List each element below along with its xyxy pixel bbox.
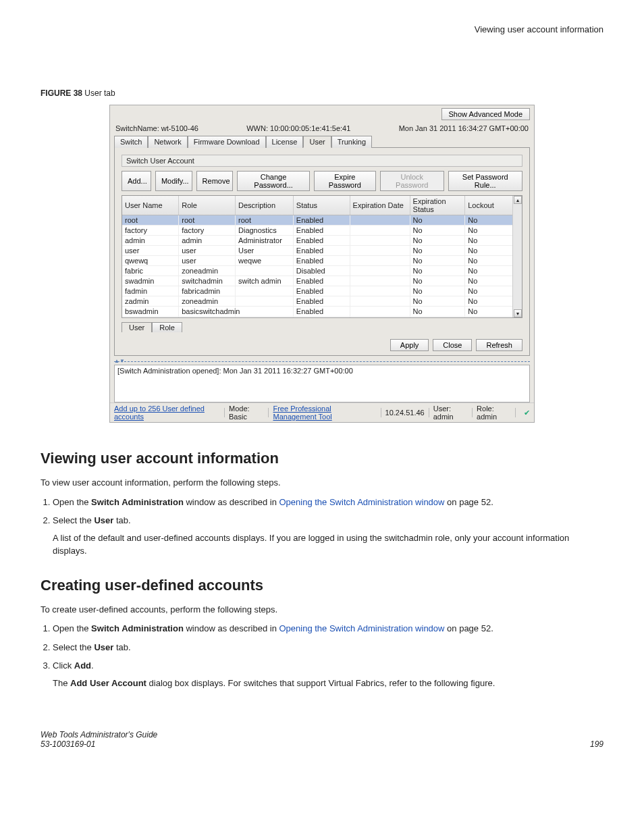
table-cell [236,296,294,307]
apply-button[interactable]: Apply [390,339,429,351]
heading-creating: Creating user-defined accounts [41,577,603,594]
status-user: User: admin [433,405,468,421]
panel-buttons: Apply Close Refresh [122,339,522,351]
table-cell: Enabled [293,256,350,266]
table-cell [236,266,294,276]
user-accounts-table[interactable]: User NameRoleDescriptionStatusExpiration… [122,195,522,318]
log-area: [Switch Administration opened]: Mon Jan … [114,365,530,402]
splitter[interactable]: ▲▼ [114,361,530,362]
tab-panel-user: Switch User Account Add... Modify... Rem… [114,147,530,356]
tab-network[interactable]: Network [148,136,187,148]
column-header[interactable]: Role [179,196,236,215]
figure-number: FIGURE 38 [41,88,82,98]
scroll-up-icon[interactable]: ▴ [514,196,522,204]
modify-button[interactable]: Modify... [155,171,192,191]
link-open-switch-admin[interactable]: Opening the Switch Administration window [279,497,445,507]
step-note: The Add User Account dialog box displays… [53,677,603,690]
table-cell: weqwe [236,256,294,266]
table-cell: No [410,307,465,317]
table-cell: root [122,215,179,226]
toolbar: Add... Modify... Remove Change Password.… [122,171,522,191]
add-button[interactable]: Add... [122,171,151,191]
column-header[interactable]: Status [293,196,350,215]
tab-bar: SwitchNetworkFirmware DownloadLicenseUse… [110,135,534,147]
table-cell: factory [179,226,236,236]
refresh-button[interactable]: Refresh [476,339,522,351]
tab-user[interactable]: User [303,136,331,148]
table-row[interactable]: zadminzoneadminEnabledNoNo [122,296,522,307]
tab-license[interactable]: License [266,136,304,148]
wwn-label: WWN: 10:00:00:05:1e:41:5e:41 [246,124,350,132]
footer-title: Web Tools Administrator's Guide [41,730,157,739]
list-item: Select the User tab. [53,641,603,654]
show-advanced-mode-button[interactable]: Show Advanced Mode [441,108,530,120]
table-cell: qwewq [122,256,179,266]
column-header[interactable]: Description [236,196,294,215]
link-open-switch-admin-2[interactable]: Opening the Switch Administration window [279,623,445,633]
table-row[interactable]: bswadminbasicswitchadminEnabledNoNo [122,307,522,317]
list-item: Select the User tab. A list of the defau… [53,514,603,558]
list-item: Open the Switch Administration window as… [53,496,603,509]
column-header[interactable]: Expiration Status [410,196,465,215]
table-cell [350,236,410,246]
tab-trunking[interactable]: Trunking [331,136,372,148]
subtab-role[interactable]: Role [152,322,182,332]
close-button[interactable]: Close [433,339,472,351]
table-cell: No [410,256,465,266]
table-cell: Diagnostics [236,226,294,236]
table-cell [350,296,410,307]
column-header[interactable]: User Name [122,196,179,215]
subtab-user[interactable]: User [122,322,152,332]
table-row[interactable]: swadminswitchadminswitch adminEnabledNoN… [122,276,522,286]
table-cell: zoneadmin [179,266,236,276]
status-role: Role: admin [477,405,511,421]
table-row[interactable]: fadminfabricadminEnabledNoNo [122,286,522,296]
table-cell: Enabled [293,317,350,318]
intro-paragraph-1: To view user account information, perfor… [41,477,603,489]
remove-button[interactable]: Remove [196,171,234,191]
table-cell: Enabled [293,276,350,286]
table-cell [350,317,410,318]
timestamp-label: Mon Jan 31 2011 16:34:27 GMT+00:00 [399,124,529,132]
table-scrollbar[interactable]: ▴ ▾ [512,196,522,317]
table-cell [350,276,410,286]
table-row[interactable]: qwewquserweqweEnabledNoNo [122,256,522,266]
table-row[interactable]: rootrootrootEnabledNoNo [122,215,522,226]
status-center-link[interactable]: Free Professional Management Tool [273,405,376,421]
table-cell: zoneadmin [179,296,236,307]
splitter-handle-icon[interactable]: ▲▼ [114,358,125,364]
table-cell: zadmin [122,296,179,307]
set-password-rule-button[interactable]: Set Password Rule... [448,171,522,191]
table-cell [350,215,410,226]
column-header[interactable]: Expiration Date [350,196,410,215]
table-row[interactable]: useruserUserEnabledNoNo [122,246,522,256]
table-cell: No [410,296,465,307]
table-cell [236,286,294,296]
steps-list-1: Open the Switch Administration window as… [53,496,603,558]
expire-password-button[interactable]: Expire Password [314,171,376,191]
scroll-down-icon[interactable]: ▾ [514,309,522,317]
table-cell: No [410,246,465,256]
table-cell: No [410,236,465,246]
tab-firmware-download[interactable]: Firmware Download [188,136,266,148]
change-password-button[interactable]: Change Password... [237,171,309,191]
log-line: [Switch Administration opened]: Mon Jan … [117,367,353,375]
table-row[interactable]: secadminsecurityadminEnabledNoNo [122,317,522,318]
status-left-link[interactable]: Add up to 256 User defined accounts [114,405,220,421]
table-cell [350,307,410,317]
table-cell [350,226,410,236]
table-cell: Disabled [293,266,350,276]
tab-switch[interactable]: Switch [114,136,148,148]
switch-name-label: SwitchName: wt-5100-46 [115,124,198,132]
status-bar: Add up to 256 User defined accounts Mode… [110,402,534,422]
table-cell: No [410,276,465,286]
footer-docnum: 53-1003169-01 [41,739,157,749]
table-row[interactable]: factoryfactoryDiagnosticsEnabledNoNo [122,226,522,236]
unlock-password-button: Unlock Password [380,171,444,191]
info-row: SwitchName: wt-5100-46 WWN: 10:00:00:05:… [110,122,534,135]
table-row[interactable]: fabriczoneadminDisabledNoNo [122,266,522,276]
status-check-icon: ✔ [524,409,530,417]
table-cell: No [410,215,465,226]
table-cell: factory [122,226,179,236]
table-row[interactable]: adminadminAdministratorEnabledNoNo [122,236,522,246]
